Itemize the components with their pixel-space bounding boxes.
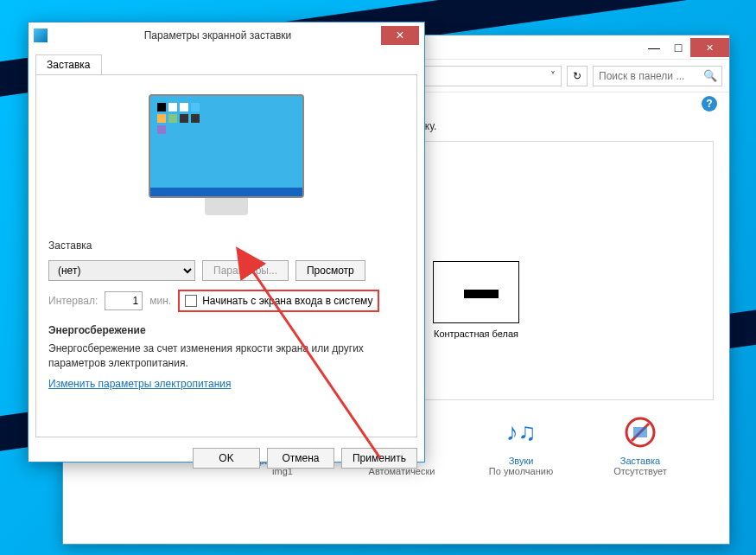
theme-label: Контрастная белая (433, 329, 519, 339)
power-text: Энергосбережение за счет изменения яркос… (48, 341, 404, 371)
minimize-button[interactable]: — (642, 38, 666, 57)
cancel-button[interactable]: Отмена (267, 448, 334, 469)
svg-rect-2 (633, 427, 647, 437)
bottom-item-sounds[interactable]: ♪♫ Звуки По умолчанию (473, 414, 569, 476)
refresh-button[interactable]: ↻ (567, 66, 588, 86)
close-button[interactable]: × (690, 38, 729, 57)
help-icon[interactable]: ? (702, 96, 717, 112)
apply-button[interactable]: Применить (341, 448, 417, 469)
label-screensaver: Заставка (48, 239, 92, 252)
screensaver-select[interactable]: (нет) (48, 260, 195, 281)
bottom-item-screensaver[interactable]: Заставка Отсутствует (593, 414, 688, 476)
ss-footer: OK Отмена Применить (29, 444, 424, 475)
highlighted-option: Начинать с экрана входа в систему (178, 290, 379, 312)
monitor-preview (149, 94, 304, 224)
screensaver-icon (622, 414, 658, 450)
ss-body: Заставка (нет) Параметры... Просмотр Инт… (35, 74, 417, 437)
power-link[interactable]: Изменить параметры электропитания (48, 378, 231, 390)
ss-titlebar: Параметры экранной заставки × (29, 22, 424, 48)
label-interval: Интервал: (48, 295, 98, 307)
dialog-title: Параметры экранной заставки (54, 29, 381, 41)
dialog-close-button[interactable]: × (381, 26, 419, 45)
params-button[interactable]: Параметры... (202, 260, 289, 281)
search-icon: 🔍 (703, 69, 717, 82)
label-min: мин. (149, 295, 171, 307)
maximize-button[interactable]: □ (666, 38, 690, 57)
tab-screensaver[interactable]: Заставка (35, 54, 102, 75)
screensaver-dialog: Параметры экранной заставки × Заставка З… (28, 22, 425, 462)
theme-item-hc-white[interactable]: Контрастная белая (433, 261, 519, 349)
sounds-icon: ♪♫ (503, 414, 539, 450)
power-group-label: Энергосбережение (48, 324, 404, 336)
checkbox-label: Начинать с экрана входа в систему (202, 295, 372, 307)
interval-input[interactable] (105, 291, 143, 310)
dialog-icon (34, 29, 48, 42)
ok-button[interactable]: OK (193, 448, 260, 469)
logon-checkbox[interactable] (185, 295, 197, 307)
preview-button[interactable]: Просмотр (295, 260, 365, 281)
